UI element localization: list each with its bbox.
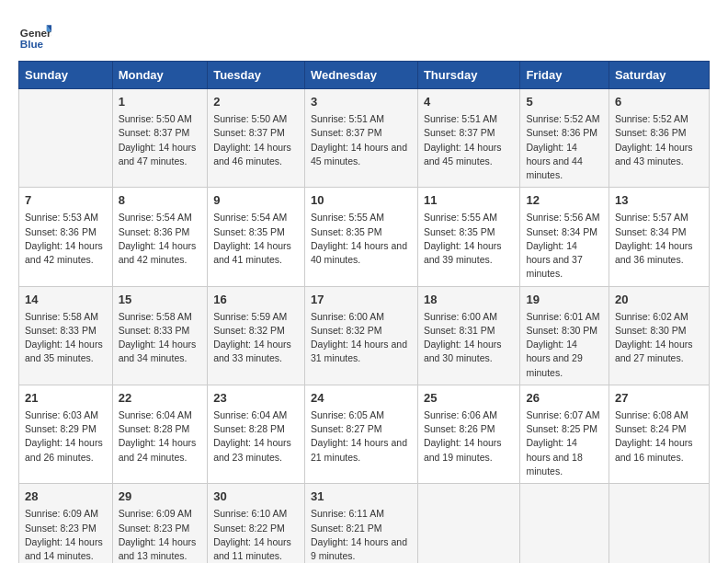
day-number: 12 (526, 192, 602, 209)
calendar-table: SundayMondayTuesdayWednesdayThursdayFrid… (18, 61, 710, 563)
cell-content: Sunrise: 5:55 AM Sunset: 8:35 PM Dayligh… (311, 211, 412, 267)
calendar-week-1: 1Sunrise: 5:50 AM Sunset: 8:37 PM Daylig… (19, 89, 710, 188)
weekday-header-friday: Friday (520, 62, 609, 89)
day-number: 27 (615, 390, 703, 407)
day-number: 29 (119, 488, 202, 505)
cell-content: Sunrise: 6:04 AM Sunset: 8:28 PM Dayligh… (213, 408, 299, 465)
calendar-cell: 8Sunrise: 5:54 AM Sunset: 8:36 PM Daylig… (112, 188, 208, 286)
calendar-cell: 24Sunrise: 6:05 AM Sunset: 8:27 PM Dayli… (304, 385, 417, 483)
day-number: 26 (526, 390, 602, 407)
logo: General Blue (18, 18, 51, 52)
calendar-cell: 10Sunrise: 5:55 AM Sunset: 8:35 PM Dayli… (304, 188, 417, 286)
day-number: 20 (615, 292, 703, 308)
cell-content: Sunrise: 6:07 AM Sunset: 8:25 PM Dayligh… (526, 408, 602, 478)
day-number: 15 (119, 292, 202, 308)
calendar-cell: 16Sunrise: 5:59 AM Sunset: 8:32 PM Dayli… (208, 286, 305, 385)
weekday-header-monday: Monday (112, 62, 208, 89)
cell-content: Sunrise: 6:03 AM Sunset: 8:29 PM Dayligh… (25, 408, 107, 465)
calendar-cell: 7Sunrise: 5:53 AM Sunset: 8:36 PM Daylig… (19, 188, 113, 286)
calendar-cell (520, 484, 609, 563)
day-number: 14 (25, 292, 107, 308)
day-number: 8 (119, 192, 202, 209)
day-number: 22 (119, 390, 202, 407)
cell-content: Sunrise: 5:57 AM Sunset: 8:34 PM Dayligh… (615, 211, 703, 267)
weekday-header-thursday: Thursday (417, 62, 520, 89)
day-number: 28 (25, 488, 107, 505)
calendar-cell: 21Sunrise: 6:03 AM Sunset: 8:29 PM Dayli… (19, 385, 113, 483)
calendar-cell: 9Sunrise: 5:54 AM Sunset: 8:35 PM Daylig… (208, 188, 305, 286)
day-number: 3 (311, 94, 412, 110)
cell-content: Sunrise: 5:52 AM Sunset: 8:36 PM Dayligh… (615, 112, 703, 168)
cell-content: Sunrise: 5:53 AM Sunset: 8:36 PM Dayligh… (25, 211, 107, 267)
calendar-cell: 13Sunrise: 5:57 AM Sunset: 8:34 PM Dayli… (609, 188, 709, 286)
day-number: 5 (526, 94, 602, 110)
cell-content: Sunrise: 5:58 AM Sunset: 8:33 PM Dayligh… (119, 310, 202, 366)
cell-content: Sunrise: 5:51 AM Sunset: 8:37 PM Dayligh… (311, 112, 412, 168)
cell-content: Sunrise: 6:01 AM Sunset: 8:30 PM Dayligh… (526, 310, 602, 380)
calendar-cell: 29Sunrise: 6:09 AM Sunset: 8:23 PM Dayli… (112, 484, 208, 563)
cell-content: Sunrise: 6:11 AM Sunset: 8:21 PM Dayligh… (311, 507, 412, 563)
calendar-cell: 30Sunrise: 6:10 AM Sunset: 8:22 PM Dayli… (208, 484, 305, 563)
day-number: 21 (25, 390, 107, 407)
cell-content: Sunrise: 5:54 AM Sunset: 8:36 PM Dayligh… (119, 211, 202, 267)
calendar-cell: 31Sunrise: 6:11 AM Sunset: 8:21 PM Dayli… (304, 484, 417, 563)
page-header: General Blue (18, 18, 710, 52)
cell-content: Sunrise: 6:04 AM Sunset: 8:28 PM Dayligh… (119, 408, 202, 465)
calendar-cell: 4Sunrise: 5:51 AM Sunset: 8:37 PM Daylig… (417, 89, 520, 188)
calendar-cell: 18Sunrise: 6:00 AM Sunset: 8:31 PM Dayli… (417, 286, 520, 385)
day-number: 11 (424, 192, 515, 209)
calendar-cell: 17Sunrise: 6:00 AM Sunset: 8:32 PM Dayli… (304, 286, 417, 385)
cell-content: Sunrise: 5:51 AM Sunset: 8:37 PM Dayligh… (424, 112, 515, 168)
logo-icon: General Blue (18, 18, 51, 52)
calendar-cell: 22Sunrise: 6:04 AM Sunset: 8:28 PM Dayli… (112, 385, 208, 483)
calendar-week-4: 21Sunrise: 6:03 AM Sunset: 8:29 PM Dayli… (19, 385, 710, 483)
svg-text:Blue: Blue (20, 38, 44, 50)
calendar-cell: 11Sunrise: 5:55 AM Sunset: 8:35 PM Dayli… (417, 188, 520, 286)
day-number: 18 (424, 292, 515, 308)
day-number: 31 (311, 488, 412, 505)
day-number: 19 (526, 292, 602, 308)
calendar-cell: 15Sunrise: 5:58 AM Sunset: 8:33 PM Dayli… (112, 286, 208, 385)
calendar-cell: 2Sunrise: 5:50 AM Sunset: 8:37 PM Daylig… (208, 89, 305, 188)
day-number: 7 (25, 192, 107, 209)
calendar-cell: 3Sunrise: 5:51 AM Sunset: 8:37 PM Daylig… (304, 89, 417, 188)
cell-content: Sunrise: 6:09 AM Sunset: 8:23 PM Dayligh… (119, 507, 202, 563)
weekday-header-sunday: Sunday (19, 62, 113, 89)
day-number: 30 (213, 488, 299, 505)
calendar-cell: 25Sunrise: 6:06 AM Sunset: 8:26 PM Dayli… (417, 385, 520, 483)
cell-content: Sunrise: 5:50 AM Sunset: 8:37 PM Dayligh… (213, 112, 299, 168)
calendar-cell (609, 484, 709, 563)
calendar-week-3: 14Sunrise: 5:58 AM Sunset: 8:33 PM Dayli… (19, 286, 710, 385)
calendar-cell: 12Sunrise: 5:56 AM Sunset: 8:34 PM Dayli… (520, 188, 609, 286)
day-number: 25 (424, 390, 515, 407)
day-number: 24 (311, 390, 412, 407)
calendar-cell: 5Sunrise: 5:52 AM Sunset: 8:36 PM Daylig… (520, 89, 609, 188)
calendar-header-row: SundayMondayTuesdayWednesdayThursdayFrid… (19, 62, 710, 89)
cell-content: Sunrise: 6:05 AM Sunset: 8:27 PM Dayligh… (311, 408, 412, 465)
calendar-cell: 19Sunrise: 6:01 AM Sunset: 8:30 PM Dayli… (520, 286, 609, 385)
cell-content: Sunrise: 6:10 AM Sunset: 8:22 PM Dayligh… (213, 507, 299, 563)
cell-content: Sunrise: 5:52 AM Sunset: 8:36 PM Dayligh… (526, 112, 602, 182)
calendar-cell: 1Sunrise: 5:50 AM Sunset: 8:37 PM Daylig… (112, 89, 208, 188)
cell-content: Sunrise: 6:08 AM Sunset: 8:24 PM Dayligh… (615, 408, 703, 465)
day-number: 16 (213, 292, 299, 308)
cell-content: Sunrise: 6:06 AM Sunset: 8:26 PM Dayligh… (424, 408, 515, 465)
day-number: 4 (424, 94, 515, 110)
day-number: 10 (311, 192, 412, 209)
cell-content: Sunrise: 5:55 AM Sunset: 8:35 PM Dayligh… (424, 211, 515, 267)
cell-content: Sunrise: 6:09 AM Sunset: 8:23 PM Dayligh… (25, 507, 107, 563)
day-number: 2 (213, 94, 299, 110)
cell-content: Sunrise: 5:59 AM Sunset: 8:32 PM Dayligh… (213, 310, 299, 366)
calendar-cell: 6Sunrise: 5:52 AM Sunset: 8:36 PM Daylig… (609, 89, 709, 188)
cell-content: Sunrise: 5:58 AM Sunset: 8:33 PM Dayligh… (25, 310, 107, 366)
cell-content: Sunrise: 5:56 AM Sunset: 8:34 PM Dayligh… (526, 211, 602, 281)
cell-content: Sunrise: 5:54 AM Sunset: 8:35 PM Dayligh… (213, 211, 299, 267)
calendar-cell: 26Sunrise: 6:07 AM Sunset: 8:25 PM Dayli… (520, 385, 609, 483)
calendar-cell: 23Sunrise: 6:04 AM Sunset: 8:28 PM Dayli… (208, 385, 305, 483)
cell-content: Sunrise: 6:00 AM Sunset: 8:32 PM Dayligh… (311, 310, 412, 366)
cell-content: Sunrise: 5:50 AM Sunset: 8:37 PM Dayligh… (119, 112, 202, 168)
day-number: 9 (213, 192, 299, 209)
day-number: 1 (119, 94, 202, 110)
calendar-week-2: 7Sunrise: 5:53 AM Sunset: 8:36 PM Daylig… (19, 188, 710, 286)
calendar-cell: 14Sunrise: 5:58 AM Sunset: 8:33 PM Dayli… (19, 286, 113, 385)
